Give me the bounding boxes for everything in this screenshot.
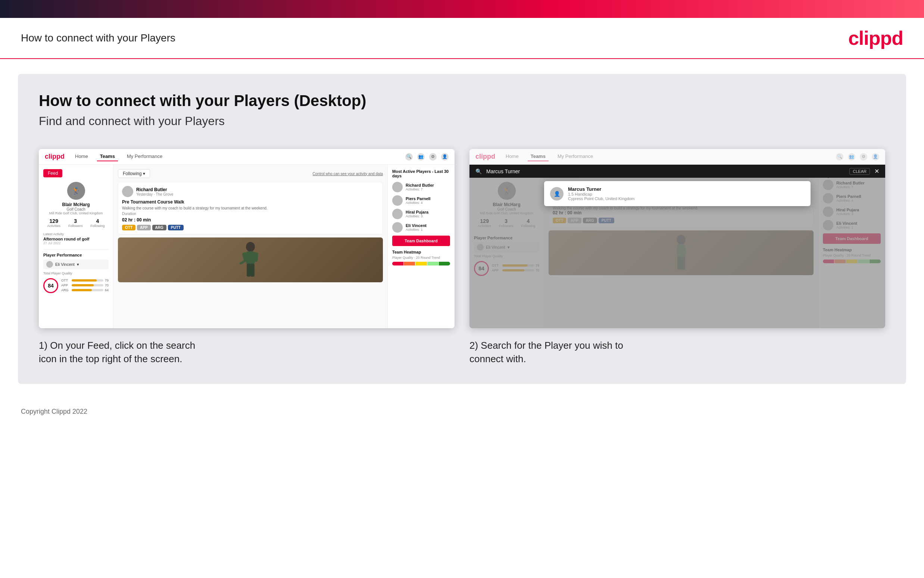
step-desc-2: 2) Search for the Player you wish to con… <box>469 339 885 366</box>
team-dashboard-button-1[interactable]: Team Dashboard <box>392 235 450 246</box>
hero-subtitle: Find and connect with your Players <box>39 114 885 128</box>
bar-val-app-1: 70 <box>105 283 108 287</box>
stat-activities-num-1: 129 <box>47 218 60 224</box>
heatmap-seg-3 <box>415 262 427 265</box>
stat-followers-label-1: Followers <box>68 224 83 228</box>
tag-putt-1: PUTT <box>168 225 184 231</box>
tag-arg-1: ARG <box>152 225 167 231</box>
stat-activities-1: 129 Activities <box>47 218 60 228</box>
player-item-1-4: Eli Vincent Activities: 1 <box>392 222 450 233</box>
people-icon[interactable]: 👥 <box>417 153 425 161</box>
player-name-1-2: Piers Parnell <box>406 196 430 201</box>
clear-button[interactable]: CLEAR <box>850 168 870 175</box>
page-title: How to connect with your Players <box>21 32 175 44</box>
profile-name-1: Blair McHarg <box>43 202 108 207</box>
nav-home-2[interactable]: Home <box>503 152 522 161</box>
result-handicap: 1.5 Handicap <box>568 192 635 196</box>
app-nav-1: clippd Home Teams My Performance 🔍 👥 ⚙ 👤 <box>39 149 455 165</box>
heatmap-seg-2 <box>404 262 415 265</box>
nav-home-1[interactable]: Home <box>72 152 91 161</box>
logo: clippd <box>848 27 903 49</box>
settings-icon[interactable]: ⚙ <box>429 153 437 161</box>
bar-label-ott-1: OTT <box>61 279 70 282</box>
close-button[interactable]: ✕ <box>874 168 879 175</box>
heatmap-seg-4 <box>427 262 439 265</box>
hero-title: How to connect with your Players (Deskto… <box>39 92 885 110</box>
search-icon-2[interactable]: 🔍 <box>836 153 843 161</box>
svg-rect-6 <box>239 259 247 265</box>
nav-items-1: Home Teams My Performance <box>72 152 398 161</box>
search-icon[interactable]: 🔍 <box>405 153 413 161</box>
bar-row-app-1: APP 70 <box>61 283 108 287</box>
golfer-image-1 <box>118 237 383 282</box>
screenshot-block-1: clippd Home Teams My Performance 🔍 👥 ⚙ 👤 <box>39 149 455 366</box>
heatmap-subtitle-1: Player Quality · 20 Round Trend <box>392 256 450 260</box>
feed-tab-1[interactable]: Feed <box>43 169 62 177</box>
profile-role-1: Golf Coach <box>43 207 108 211</box>
app-nav-2: clippd Home Teams My Performance 🔍 👥 ⚙ 👤 <box>469 149 885 165</box>
following-button-1[interactable]: Following ▾ <box>118 169 150 178</box>
player-item-1-2: Piers Parnell Activities: 4 <box>392 195 450 206</box>
app-middle-panel-1: Following ▾ Control who can see your act… <box>113 165 387 328</box>
svg-rect-3 <box>253 252 258 262</box>
people-icon-2[interactable]: 👥 <box>848 153 855 161</box>
app-right-panel-1: Most Active Players - Last 30 days Richa… <box>387 165 455 328</box>
player-avatar-1-4 <box>392 222 403 233</box>
player-select-1[interactable]: Eli Vincent ▾ <box>43 260 108 269</box>
duration-value-1: 02 hr : 00 min <box>122 217 379 222</box>
player-avatar-1-1 <box>392 182 403 192</box>
player-info-1-1: Richard Butler Activities: 7 <box>406 183 434 191</box>
latest-activity-label-1: Latest Activity <box>43 232 108 236</box>
search-result-card[interactable]: 👤 Marcus Turner 1.5 Handicap Cypress Poi… <box>544 181 811 206</box>
player-item-1-1: Richard Butler Activities: 7 <box>392 182 450 192</box>
app-left-panel-1: Feed 🏌 Blair McHarg Golf Coach Mill Ride… <box>39 165 113 328</box>
active-players-title-1: Most Active Players - Last 30 days <box>392 169 450 178</box>
svg-rect-4 <box>247 264 251 277</box>
activity-meta-1: Yesterday · The Grove <box>136 192 173 196</box>
activity-user-avatar-1 <box>122 186 133 197</box>
player-select-name-1: Eli Vincent <box>55 262 74 266</box>
stat-followers-num-1: 3 <box>68 218 83 224</box>
nav-myperformance-1[interactable]: My Performance <box>124 152 165 161</box>
nav-teams-2[interactable]: Teams <box>528 152 549 161</box>
app-logo-2: clippd <box>476 153 495 161</box>
nav-myperformance-2[interactable]: My Performance <box>555 152 596 161</box>
bar-val-ott-1: 79 <box>105 279 108 282</box>
score-circle-1: 84 <box>43 278 58 293</box>
nav-icons-2: 🔍 👥 ⚙ 👤 <box>836 153 879 161</box>
bar-track-ott-1 <box>72 279 104 281</box>
bar-label-app-1: APP <box>61 283 70 287</box>
search-input-overlay[interactable]: Marcus Turner <box>486 169 845 174</box>
result-name: Marcus Turner <box>568 186 635 192</box>
team-heatmap-title-1: Team Heatmap <box>392 250 450 254</box>
bar-row-ott-1: OTT 79 <box>61 279 108 282</box>
settings-icon-2[interactable]: ⚙ <box>860 153 867 161</box>
bar-fill-arg-1 <box>72 289 92 291</box>
activity-title-1: Pre Tournament Course Walk <box>122 200 379 205</box>
main-content: How to connect with your Players (Deskto… <box>18 74 906 384</box>
stat-followers-1: 3 Followers <box>68 218 83 228</box>
player-info-1-2: Piers Parnell Activities: 4 <box>406 196 430 205</box>
heatmap-seg-1 <box>392 262 403 265</box>
step-desc-1: 1) On your Feed, click on the search ico… <box>39 339 455 366</box>
golfer-svg-1 <box>232 241 269 282</box>
stat-following-label-1: Following <box>90 224 105 228</box>
bar-fill-ott-1 <box>72 279 97 281</box>
nav-teams-1[interactable]: Teams <box>97 152 118 161</box>
avatar-icon[interactable]: 👤 <box>441 153 448 161</box>
result-info: Marcus Turner 1.5 Handicap Cypress Point… <box>568 186 635 201</box>
avatar-icon-2[interactable]: 👤 <box>872 153 879 161</box>
stat-following-num-1: 4 <box>90 218 105 224</box>
player-acts-1-2: Activities: 4 <box>406 201 430 205</box>
activity-desc-1: Walking the course with my coach to buil… <box>122 206 379 210</box>
tag-ott-1: OTT <box>122 225 136 231</box>
player-item-1-3: Hiral Pujara Activities: 3 <box>392 209 450 219</box>
duration-label-1: Duration <box>122 212 379 216</box>
player-name-1-3: Hiral Pujara <box>406 210 429 214</box>
player-perf-title-1: Player Performance <box>43 253 108 257</box>
control-link-1[interactable]: Control who can see your activity and da… <box>313 172 383 176</box>
activity-user-name-1: Richard Butler <box>136 187 173 192</box>
player-info-1-3: Hiral Pujara Activities: 3 <box>406 210 429 218</box>
svg-point-0 <box>246 242 255 252</box>
player-acts-1-3: Activities: 3 <box>406 214 429 218</box>
